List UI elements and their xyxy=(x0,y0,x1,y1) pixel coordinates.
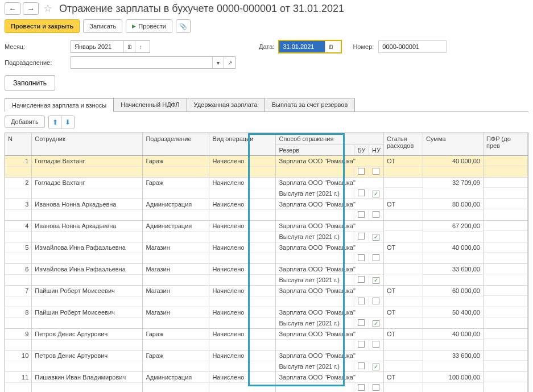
cell-sum[interactable]: 40 000,00 xyxy=(423,242,483,253)
cell-op[interactable]: Начислено xyxy=(209,350,275,361)
cell-op[interactable]: Начислено xyxy=(209,156,275,167)
move-up-button[interactable]: ⬆ xyxy=(49,116,61,129)
cell-pfr[interactable] xyxy=(484,178,527,188)
cell-cost[interactable] xyxy=(384,350,423,361)
cell-reserve[interactable]: Выслуга лет (2021 г.) xyxy=(276,232,353,242)
cell-reserve[interactable] xyxy=(276,257,353,260)
checkbox-icon[interactable] xyxy=(373,320,379,327)
table-row[interactable]: 5Измайлова Инна РафаэльевнаМагазинНачисл… xyxy=(5,242,528,264)
checkbox-icon[interactable] xyxy=(358,168,365,175)
cell-pfr[interactable] xyxy=(484,156,527,166)
dept-field[interactable]: ▾ ↗ xyxy=(71,56,235,69)
cell-op[interactable]: Начислено xyxy=(209,221,275,232)
cell-bu[interactable] xyxy=(354,210,369,220)
cell-cost[interactable]: ОТ xyxy=(384,329,423,340)
checkbox-icon[interactable] xyxy=(358,189,365,196)
cell-refl[interactable]: Зарплата ООО "Ромашка" xyxy=(276,372,383,383)
cell-pfr[interactable] xyxy=(484,286,527,296)
cell-nu[interactable] xyxy=(369,362,383,372)
cell-emp[interactable]: Пайшин Роберт Моисеевич xyxy=(32,307,142,318)
cell-refl[interactable]: Зарплата ООО "Ромашка" xyxy=(276,178,383,188)
checkbox-icon[interactable] xyxy=(358,276,365,283)
cell-sum[interactable]: 60 000,00 xyxy=(423,286,483,296)
cell-pfr[interactable] xyxy=(484,329,527,339)
table-row[interactable]: 4Иванова Нонна АркадьевнаАдминистрацияНа… xyxy=(5,221,528,242)
cell-dept[interactable]: Гараж xyxy=(143,350,209,361)
checkbox-icon[interactable] xyxy=(373,298,379,304)
cell-bu[interactable] xyxy=(354,188,369,199)
checkbox-icon[interactable] xyxy=(358,341,365,348)
checkbox-icon[interactable] xyxy=(373,168,379,175)
col-cost[interactable]: Статья расходов xyxy=(383,133,423,156)
cell-emp[interactable]: Гогладзе Вахтанг xyxy=(32,156,142,167)
cell-refl[interactable]: Зарплата ООО "Ромашка" xyxy=(276,307,383,318)
cell-cost[interactable] xyxy=(384,264,423,274)
calendar-icon[interactable]: 🗓 xyxy=(123,41,135,52)
checkbox-icon[interactable] xyxy=(358,362,365,369)
cell-sum[interactable]: 100 000,00 xyxy=(423,372,483,383)
col-n[interactable]: N xyxy=(5,133,32,156)
tab-withheld[interactable]: Удержанная зарплата xyxy=(187,98,265,112)
table-row[interactable]: 7Пайшин Роберт МоисеевичМагазинНачислено… xyxy=(5,286,528,307)
cell-dept[interactable]: Магазин xyxy=(143,242,209,253)
cell-dept[interactable]: Магазин xyxy=(143,286,209,296)
cell-sum[interactable]: 32 709,09 xyxy=(423,178,483,188)
open-icon[interactable]: ↗ xyxy=(224,57,235,68)
col-sum[interactable]: Сумма xyxy=(423,133,484,156)
cell-bu[interactable] xyxy=(354,253,369,263)
cell-sum[interactable]: 33 600,00 xyxy=(423,264,483,275)
cell-dept[interactable]: Администрация xyxy=(143,199,209,210)
accrual-table[interactable]: N Сотрудник Подразделение Вид операции С… xyxy=(5,133,528,392)
cell-sum[interactable]: 67 200,00 xyxy=(423,221,483,232)
table-row[interactable]: 2Гогладзе ВахтангГаражНачислено Зарплата… xyxy=(5,178,528,199)
cell-reserve[interactable]: Выслуга лет (2021 г.) xyxy=(276,275,353,285)
tab-accrued[interactable]: Начисленная зарплата и взносы xyxy=(5,98,114,112)
cell-cost[interactable]: ОТ xyxy=(384,372,423,383)
cell-bu[interactable] xyxy=(354,318,369,328)
attach-button[interactable]: 📎 xyxy=(176,19,191,33)
cell-pfr[interactable] xyxy=(484,242,527,253)
cell-reserve[interactable] xyxy=(276,386,353,390)
cell-dept[interactable]: Гараж xyxy=(143,178,209,188)
cell-pfr[interactable] xyxy=(484,199,527,209)
col-dept[interactable]: Подразделение xyxy=(143,133,209,156)
checkbox-icon[interactable] xyxy=(373,234,379,241)
cell-dept[interactable]: Администрация xyxy=(143,372,209,383)
cell-cost[interactable]: ОТ xyxy=(384,307,423,318)
cell-cost[interactable] xyxy=(384,221,423,231)
dropdown-icon[interactable]: ▾ xyxy=(212,57,224,68)
cell-bu[interactable] xyxy=(354,167,369,177)
cell-nu[interactable] xyxy=(369,340,383,350)
cell-bu[interactable] xyxy=(354,383,369,392)
cell-refl[interactable]: Зарплата ООО "Ромашка" xyxy=(276,199,383,210)
add-row-button[interactable]: Добавить xyxy=(5,115,45,128)
cell-bu[interactable] xyxy=(354,296,369,307)
col-emp[interactable]: Сотрудник xyxy=(32,133,143,156)
cell-cost[interactable] xyxy=(384,178,423,188)
cell-emp[interactable]: Измайлова Инна Рафаэльевна xyxy=(32,264,142,275)
cell-cost[interactable]: ОТ xyxy=(384,286,423,296)
col-pfr[interactable]: ПФР (до прев xyxy=(483,133,527,156)
table-row[interactable]: 9Петров Денис АртуровичГаражНачислено За… xyxy=(5,329,528,350)
save-button[interactable]: Записать xyxy=(83,19,122,33)
table-row[interactable]: 11Пишавкин Иван ВладимировичАдминистраци… xyxy=(5,372,528,393)
cell-sum[interactable]: 80 000,00 xyxy=(423,199,483,210)
cell-reserve[interactable] xyxy=(276,213,353,217)
cell-pfr[interactable] xyxy=(484,264,527,274)
cell-bu[interactable] xyxy=(354,232,369,242)
cell-sum[interactable]: 40 000,00 xyxy=(423,329,483,340)
cell-op[interactable]: Начислено xyxy=(209,242,275,253)
checkbox-icon[interactable] xyxy=(373,211,379,218)
checkbox-icon[interactable] xyxy=(373,341,379,348)
cell-refl[interactable]: Зарплата ООО "Ромашка" xyxy=(276,350,383,361)
cell-nu[interactable] xyxy=(369,232,383,242)
table-row[interactable]: 6Измайлова Инна РафаэльевнаМагазинНачисл… xyxy=(5,264,528,286)
table-row[interactable]: 10Петров Денис АртуровичГаражНачислено З… xyxy=(5,350,528,372)
cell-op[interactable]: Начислено xyxy=(209,372,275,383)
star-icon[interactable]: ☆ xyxy=(43,2,52,15)
stepper-icon[interactable]: ↕ xyxy=(135,41,146,52)
cell-reserve[interactable]: Выслуга лет (2021 г.) xyxy=(276,188,353,199)
cell-dept[interactable]: Гараж xyxy=(143,329,209,340)
cell-nu[interactable] xyxy=(369,275,383,285)
cell-nu[interactable] xyxy=(369,167,383,177)
